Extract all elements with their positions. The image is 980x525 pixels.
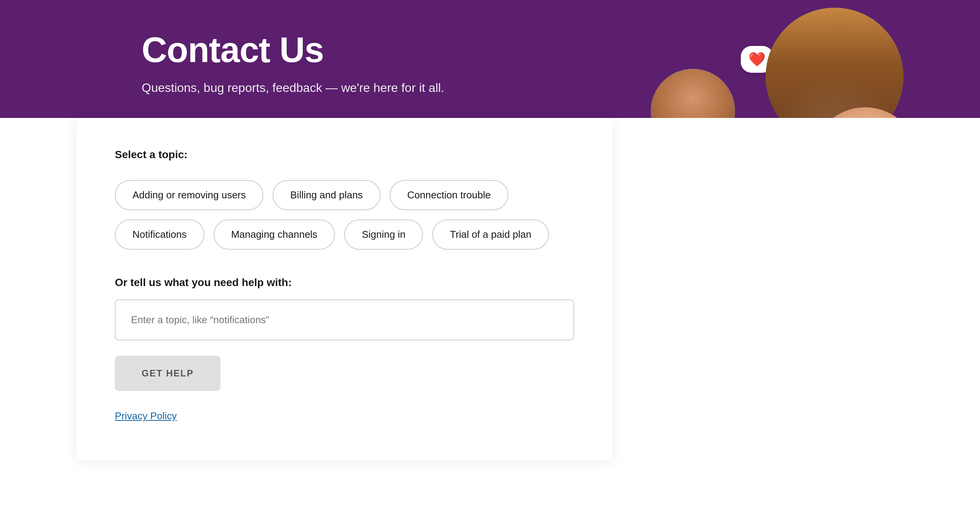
topics-grid: Adding or removing usersBilling and plan…: [115, 180, 574, 250]
help-input[interactable]: [115, 299, 574, 340]
main-content-card: Select a topic: Adding or removing users…: [77, 118, 612, 460]
privacy-policy-link[interactable]: Privacy Policy: [115, 410, 177, 422]
page-wrapper: Contact Us Questions, bug reports, feedb…: [0, 0, 980, 525]
topic-btn-billing-and-plans[interactable]: Billing and plans: [273, 180, 380, 210]
select-topic-label: Select a topic:: [115, 149, 574, 161]
topic-btn-signing-in[interactable]: Signing in: [344, 219, 423, 250]
hero-subtitle: Questions, bug reports, feedback — we're…: [142, 81, 980, 95]
dotted-background: [712, 118, 903, 233]
topic-btn-trial-of-paid-plan[interactable]: Trial of a paid plan: [432, 219, 549, 250]
below-hero: Select a topic: Adding or removing users…: [0, 118, 980, 460]
help-label: Or tell us what you need help with:: [115, 276, 574, 289]
topic-btn-notifications[interactable]: Notifications: [115, 219, 204, 250]
topic-btn-connection-trouble[interactable]: Connection trouble: [390, 180, 508, 210]
topic-btn-adding-removing-users[interactable]: Adding or removing users: [115, 180, 263, 210]
get-help-button[interactable]: GET HELP: [115, 356, 220, 391]
topic-btn-managing-channels[interactable]: Managing channels: [214, 219, 335, 250]
page-title: Contact Us: [142, 31, 980, 69]
